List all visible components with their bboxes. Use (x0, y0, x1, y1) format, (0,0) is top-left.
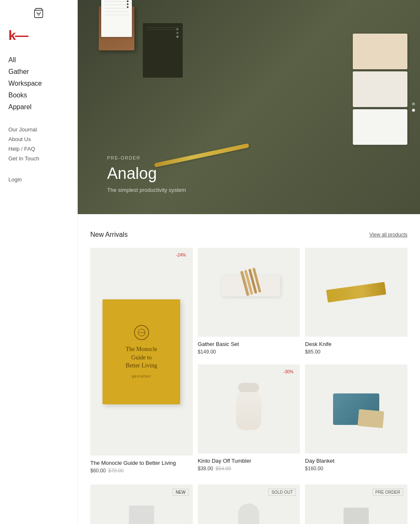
main-nav: All Gather Workspace Books Apparel (0, 55, 77, 113)
product-card-more-3[interactable]: PRE ORDER (305, 485, 407, 524)
sidebar: 0 k— All Gather Workspace Books Apparel … (0, 0, 78, 524)
hero-dark-box (143, 23, 183, 78)
product-price-tumbler: $38.00$54.00 (198, 466, 300, 472)
section-title: New Arrivals (90, 231, 128, 238)
section-header: New Arrivals View all products (90, 231, 407, 238)
book-cover: The MonocleGuide toBetter Living gestalt… (102, 299, 180, 404)
product-price-gather: $149.00 (198, 349, 300, 355)
product-info-gather: Gather Basic Set $149.00 (198, 337, 300, 357)
more-product-image-3: PRE ORDER (305, 485, 407, 524)
nav-item-gather[interactable]: Gather (8, 66, 69, 77)
product-image-tumbler: -30% (198, 364, 300, 453)
product-card-blanket[interactable]: Day Blanket $160.00 (305, 364, 407, 476)
product-card-gather[interactable]: Gather Basic Set $149.00 (198, 248, 300, 359)
login-link[interactable]: Login (8, 176, 22, 183)
more-products-section: NEW SOLD OUT PRE ORDER (78, 476, 420, 524)
main-content: PRE-ORDER Analog The simplest productivi… (78, 0, 420, 524)
product-badge-book: -24% (173, 252, 188, 258)
hero-title: Analog (107, 165, 186, 183)
nav-item-books[interactable]: Books (8, 90, 69, 101)
logo-text: k— (8, 28, 28, 43)
product-name-knife: Desk Knife (305, 341, 407, 347)
knife-visual (326, 282, 386, 302)
product-image-book: -24% The MonocleGuide toBetter Living ge… (90, 248, 193, 456)
hero-banner[interactable]: PRE-ORDER Analog The simplest productivi… (78, 0, 420, 214)
product-info-blanket: Day Blanket $160.00 (305, 453, 407, 474)
product-price-blanket: $160.00 (305, 466, 407, 472)
product-name-blanket: Day Blanket (305, 458, 407, 464)
blanket-fold (358, 409, 384, 428)
view-all-link[interactable]: View all products (370, 232, 408, 238)
tumbler-visual (236, 388, 261, 430)
product-name-gather: Gather Basic Set (198, 341, 300, 347)
product-badge-tumbler: -30% (281, 369, 296, 375)
product-card-tumbler[interactable]: -30% Kinto Day Off Tumbler $38.00$54.00 (198, 364, 300, 476)
book-logo (134, 325, 149, 340)
hero-dots[interactable] (412, 102, 415, 112)
more-product-image-2: SOLD OUT (198, 485, 300, 524)
hero-text: PRE-ORDER Analog The simplest productivi… (78, 155, 186, 214)
cart-button[interactable]: 0 (0, 0, 77, 24)
product-image-gather (198, 248, 300, 337)
product-visual-more-3 (344, 508, 369, 524)
product-card-book[interactable]: -24% The MonocleGuide toBetter Living ge… (90, 248, 193, 476)
hero-dot-2[interactable] (412, 109, 415, 112)
product-card-more-2[interactable]: SOLD OUT (198, 485, 300, 524)
product-name-book: The Monocle Guide to Better Living (90, 460, 193, 466)
nav-item-journal[interactable]: Our Journal (8, 125, 69, 134)
product-card-more-1[interactable]: NEW (90, 485, 193, 524)
new-arrivals-section: New Arrivals View all products -24% (78, 214, 420, 476)
nav-item-about[interactable]: About Us (8, 135, 69, 144)
product-badge-preorder: PRE ORDER (373, 489, 403, 496)
product-info-knife: Desk Knife $85.00 (305, 337, 407, 357)
product-card-knife[interactable]: Desk Knife $85.00 (305, 248, 407, 359)
product-name-tumbler: Kinto Day Off Tumbler (198, 458, 300, 464)
product-original-price-tumbler: $54.00 (215, 466, 231, 472)
hero-badge: PRE-ORDER (107, 155, 186, 160)
product-badge-new: NEW (173, 489, 188, 496)
cart-count: 0 (37, 13, 39, 17)
product-badge-sold-out: SOLD OUT (268, 489, 296, 496)
product-price-knife: $85.00 (305, 349, 407, 355)
more-product-image-1: NEW (90, 485, 193, 524)
product-original-price-book: $79.00 (108, 468, 124, 474)
blanket-visual (333, 393, 379, 425)
product-info-tumbler: Kinto Day Off Tumbler $38.00$54.00 (198, 453, 300, 474)
nav-item-workspace[interactable]: Workspace (8, 78, 69, 89)
product-info-book: The Monocle Guide to Better Living $60.0… (90, 456, 193, 476)
nav-item-faq[interactable]: Help / FAQ (8, 144, 69, 153)
product-price-book: $60.00$79.00 (90, 468, 193, 474)
hero-stacked-pads (353, 34, 407, 145)
hero-dot-1[interactable] (412, 102, 415, 105)
logo[interactable]: k— (0, 24, 77, 55)
product-visual-more-2 (238, 503, 259, 524)
nav-item-contact[interactable]: Get In Touch (8, 154, 69, 163)
book-author: gestalten (132, 374, 151, 378)
nav-item-all[interactable]: All (8, 55, 69, 66)
hero-product-notepad (99, 6, 134, 50)
book-title: The MonocleGuide toBetter Living (126, 345, 157, 370)
product-grid: -24% The MonocleGuide toBetter Living ge… (90, 248, 407, 476)
login-section: Login (0, 163, 77, 183)
tumbler-cap (238, 383, 259, 392)
gather-visual (221, 275, 276, 309)
nav-item-apparel[interactable]: Apparel (8, 102, 69, 113)
more-product-grid: NEW SOLD OUT PRE ORDER (90, 485, 407, 524)
secondary-nav: Our Journal About Us Help / FAQ Get In T… (0, 125, 77, 163)
product-image-knife (305, 248, 407, 337)
product-image-blanket (305, 364, 407, 453)
hero-subtitle: The simplest productivity system (107, 187, 186, 193)
